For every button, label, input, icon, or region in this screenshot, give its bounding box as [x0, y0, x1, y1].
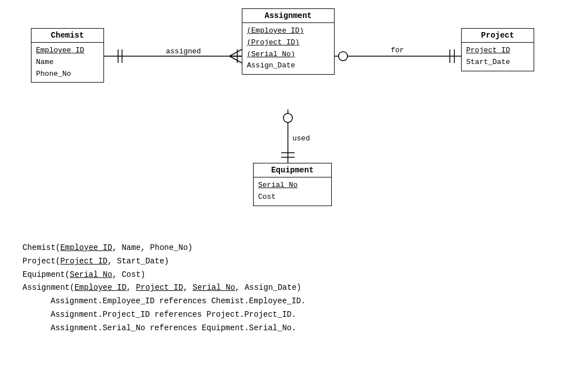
- chemist-title: Chemist: [31, 29, 103, 43]
- text-area: Chemist(Employee_ID, Name, Phone_No) Pro…: [22, 241, 551, 335]
- chemist-field-phone-no: Phone_No: [36, 69, 99, 80]
- assignment-field-project-id: (Project_ID): [247, 37, 330, 49]
- text-line-4: Assignment(Employee_ID, Project_ID, Seri…: [22, 281, 551, 295]
- chemist-field-employee-id: Employee_ID: [36, 45, 99, 57]
- chemist-field-name: Name: [36, 57, 99, 69]
- text-line-5: Assignment.Employee_ID references Chemis…: [22, 295, 551, 308]
- for-label: for: [391, 46, 404, 54]
- svg-point-12: [283, 113, 292, 122]
- project-entity: Project Project_ID Start_Date: [461, 28, 534, 71]
- equipment-field-cost: Cost: [258, 192, 327, 203]
- assignment-field-employee-id: (Employee_ID): [247, 25, 330, 37]
- project-title: Project: [462, 29, 534, 43]
- chemist-body: Employee_ID Name Phone_No: [31, 43, 103, 82]
- assigned-label: assigned: [166, 47, 201, 56]
- assignment-field-serial-no: (Serial_No): [247, 49, 330, 61]
- project-body: Project_ID Start_Date: [462, 43, 534, 71]
- text-line-1: Chemist(Employee_ID, Name, Phone_No): [22, 241, 551, 255]
- svg-point-8: [339, 52, 348, 61]
- diagram-area: assigned for used Chemist Employee_ID Na…: [0, 0, 573, 236]
- chemist-entity: Chemist Employee_ID Name Phone_No: [31, 28, 104, 83]
- equipment-entity: Equipment Serial_No Cost: [253, 163, 332, 206]
- assignment-body: (Employee_ID) (Project_ID) (Serial_No) A…: [242, 23, 334, 74]
- text-line-6: Assignment.Project_ID references Project…: [22, 308, 551, 322]
- assignment-field-assign-date: Assign_Date: [247, 60, 330, 72]
- assignment-entity: Assignment (Employee_ID) (Project_ID) (S…: [242, 8, 335, 75]
- text-line-7: Assignment.Serial_No references Equipmen…: [22, 322, 551, 335]
- project-field-project-id: Project_ID: [466, 45, 529, 57]
- svg-line-3: [229, 49, 242, 56]
- text-line-3: Equipment(Serial_No, Cost): [22, 268, 551, 282]
- text-line-2: Project(Project_ID, Start_Date): [22, 255, 551, 268]
- equipment-title: Equipment: [254, 163, 331, 177]
- svg-line-5: [229, 56, 242, 63]
- equipment-field-serial-no: Serial_No: [258, 180, 327, 192]
- project-field-start-date: Start_Date: [466, 57, 529, 69]
- assignment-title: Assignment: [242, 9, 334, 23]
- used-label: used: [292, 134, 310, 143]
- equipment-body: Serial_No Cost: [254, 177, 331, 206]
